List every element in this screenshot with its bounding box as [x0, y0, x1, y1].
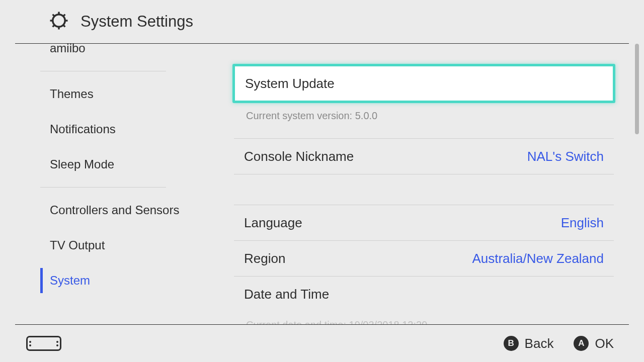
page-title: System Settings	[80, 13, 193, 31]
sidebar-item-label: Notifications	[50, 122, 116, 136]
sidebar: amiibo Themes Notifications Sleep Mode C…	[0, 44, 206, 324]
svg-line-4	[63, 25, 65, 27]
sidebar-item-themes[interactable]: Themes	[0, 76, 206, 112]
row-label: Console Nickname	[244, 149, 354, 164]
svg-line-7	[53, 25, 55, 27]
ok-label: OK	[595, 336, 614, 351]
sidebar-item-label: Controllers and Sensors	[50, 203, 179, 217]
row-value: NAL's Switch	[527, 149, 604, 164]
b-button-icon: B	[504, 336, 519, 351]
sidebar-item-label: amiibo	[50, 44, 86, 55]
sidebar-item-label: Themes	[50, 87, 94, 101]
row-console-nickname[interactable]: Console Nickname NAL's Switch	[234, 139, 614, 174]
svg-point-0	[53, 15, 65, 27]
row-region[interactable]: Region Australia/New Zealand	[234, 241, 614, 277]
row-label: Language	[244, 215, 302, 231]
sidebar-divider	[40, 187, 166, 188]
row-label: Region	[244, 251, 285, 266]
footer: B Back A OK	[15, 324, 629, 362]
row-value: English	[561, 215, 604, 231]
header: System Settings	[15, 0, 629, 44]
ok-action[interactable]: A OK	[574, 336, 614, 351]
row-label: System Update	[245, 76, 335, 92]
sidebar-item-sleep-mode[interactable]: Sleep Mode	[0, 147, 206, 182]
a-button-icon: A	[574, 336, 589, 351]
sidebar-item-label: Sleep Mode	[50, 157, 114, 171]
back-label: Back	[525, 336, 554, 351]
system-version-text: Current system version: 5.0.0	[234, 103, 614, 122]
gear-icon	[48, 10, 80, 33]
sidebar-item-amiibo[interactable]: amiibo	[0, 44, 206, 66]
sidebar-item-controllers[interactable]: Controllers and Sensors	[0, 193, 206, 228]
sidebar-divider	[40, 71, 166, 71]
sidebar-item-label: TV Output	[50, 238, 105, 252]
controller-icon	[26, 336, 61, 351]
row-date-time[interactable]: Date and Time	[234, 277, 614, 312]
row-system-update[interactable]: System Update	[232, 64, 615, 103]
sidebar-item-label: System	[50, 274, 90, 288]
sidebar-item-system[interactable]: System	[0, 263, 206, 298]
scrollbar-thumb[interactable]	[635, 44, 639, 134]
row-value: Australia/New Zealand	[472, 251, 604, 266]
sidebar-item-tv-output[interactable]: TV Output	[0, 228, 206, 263]
row-language[interactable]: Language English	[234, 205, 614, 241]
content-area: System Update Current system version: 5.…	[206, 44, 644, 324]
back-action[interactable]: B Back	[504, 336, 554, 351]
sidebar-item-notifications[interactable]: Notifications	[0, 112, 206, 147]
scrollbar[interactable]	[635, 44, 639, 324]
main-container: amiibo Themes Notifications Sleep Mode C…	[0, 44, 644, 324]
svg-line-3	[53, 15, 55, 17]
date-time-subtext: Current date and time: 19/03/2018 12:29	[234, 312, 614, 324]
row-label: Date and Time	[244, 287, 329, 302]
svg-line-8	[63, 15, 65, 17]
